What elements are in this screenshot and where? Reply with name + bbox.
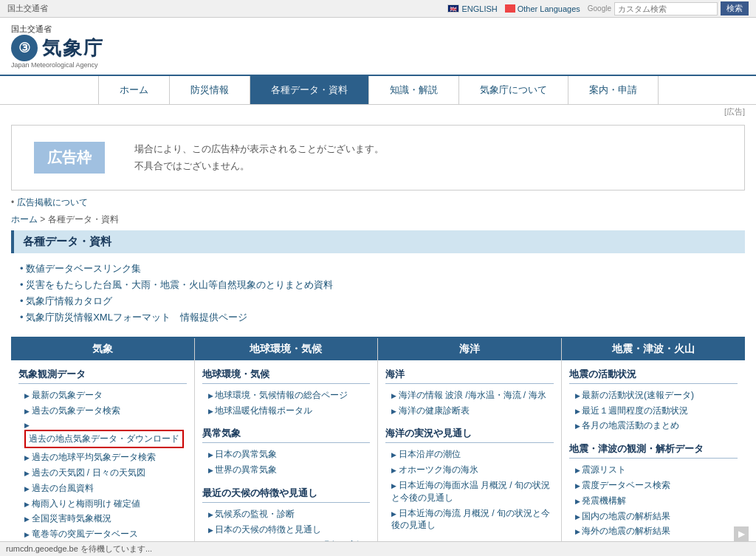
main-link-1[interactable]: 災害をもたらした台風・大雨・地震・火山等自然現象のとりまとめ資料: [26, 279, 333, 290]
link-jp-outlook[interactable]: 日本の天候の特徴と見通し: [215, 524, 321, 535]
link-tidal[interactable]: 日本沿岸の潮位: [399, 449, 461, 459]
sub-section-quake-data: 地震・津波の観測・解析データ 震源リスト 震度データベース検索 発震機構解 国内…: [569, 442, 738, 556]
link-weather-map[interactable]: 過去の天気図 / 日々の天気図: [32, 467, 145, 478]
link-focal-mechanism[interactable]: 発震機構解: [582, 495, 626, 506]
env-links: 地球環境・気候情報の総合ページ 地球温暖化情報ポータル: [202, 388, 371, 419]
top-bar: 国土交通省 🇬🇧 ENGLISH Other Languages Google …: [0, 0, 756, 18]
ad-note: 広告掲載について: [11, 196, 756, 209]
link-okhotsk[interactable]: オホーツク海の海氷: [399, 464, 478, 475]
link-disaster-weather[interactable]: 全国災害時気象概況: [32, 513, 111, 524]
link-quake-monthly[interactable]: 各月の地震活動のまとめ: [582, 420, 679, 430]
link-quake-latest[interactable]: 最新の活動状況(速報データ): [582, 390, 694, 400]
list-item: 発震機構解: [569, 493, 738, 509]
google-label: Google: [588, 4, 611, 13]
main-content: 各種データ・資料 数値データベースリンク集 災害をもたらした台風・大雨・地震・火…: [0, 230, 756, 556]
sub-title-abnormal: 異常気象: [202, 427, 371, 443]
scroll-arrow[interactable]: ▶: [734, 526, 749, 541]
abnormal-links: 日本の異常気象 世界の異常気象: [202, 447, 371, 478]
nav-disaster[interactable]: 防災情報: [169, 76, 250, 104]
category-earthquake: 地震・津波・火山 地震の活動状況 最新の活動状況(速報データ) 最近１週間程度の…: [562, 338, 746, 556]
list-item: 過去の地球平均気象データ検索: [18, 450, 187, 465]
category-header-weather: 気象: [11, 338, 194, 360]
link-past-search[interactable]: 過去の気象データ検索: [32, 405, 120, 416]
list-item: 全国災害時気象概況: [18, 511, 187, 526]
link-climate-monitor[interactable]: 気候系の監視・診断: [215, 509, 295, 519]
nav-about[interactable]: 気象庁について: [458, 76, 568, 104]
link-ocean-health[interactable]: 海洋の健康診断表: [399, 405, 470, 416]
other-lang-link[interactable]: Other Languages: [518, 4, 580, 13]
link-env-portal[interactable]: 地球環境・気候情報の総合ページ: [215, 390, 348, 400]
page-title: 各種データ・資料: [11, 230, 745, 253]
list-item: 気象庁防災情報XMLフォーマット 情報提供ページ: [11, 309, 745, 326]
agency-top-label: 国土交通省: [11, 24, 104, 35]
nav-data[interactable]: 各種データ・資料: [250, 76, 368, 104]
list-item: 日本の天候の特徴と見通し: [202, 522, 371, 538]
list-item: 地球環境・気候情報の総合ページ: [202, 388, 371, 403]
link-warming[interactable]: 地球温暖化情報ポータル: [215, 405, 312, 416]
category-weather: 気象 気象観測データ 最新の気象データ 過去の気象データ検索 過去の地点気象デー…: [11, 338, 195, 556]
main-nav: ホーム 防災情報 各種データ・資料 知識・解説 気象庁について 案内・申請: [0, 76, 756, 105]
nav-guide[interactable]: 案内・申請: [568, 76, 659, 104]
link-overseas-analysis[interactable]: 海外の地震の解析結果: [582, 526, 670, 536]
list-item: 最新の活動状況(速報データ): [569, 388, 738, 403]
nav-inner: ホーム 防災情報 各種データ・資料 知識・解説 気象庁について 案内・申請: [0, 76, 756, 104]
link-ocean-info[interactable]: 海洋の情報 波浪 /海水温・海流 / 海氷: [399, 390, 546, 400]
list-item: 災害をもたらした台風・大雨・地震・火山等自然現象のとりまとめ資料: [11, 277, 745, 293]
link-rainy-season[interactable]: 梅雨入りと梅雨明け 確定値: [32, 498, 140, 509]
logo-icon: ③: [11, 35, 38, 61]
link-hypocenter[interactable]: 震源リスト: [582, 464, 626, 475]
breadcrumb-home[interactable]: ホーム: [11, 214, 38, 224]
breadcrumb-separator: >: [40, 214, 47, 224]
sub-section-obs: 気象観測データ 最新の気象データ 過去の気象データ検索 過去の地点気象データ・ダ…: [18, 368, 187, 542]
link-sea-temp[interactable]: 日本近海の海面水温 月概況 / 旬の状況と今後の見通し: [391, 480, 550, 503]
list-item: 震源リスト: [569, 462, 738, 478]
sub-title-outlook: 最近の天候の特徴や見通し: [202, 487, 371, 503]
link-tornado[interactable]: 竜巻等の突風データベース: [32, 529, 138, 539]
main-link-3[interactable]: 気象庁防災情報XMLフォーマット 情報提供ページ: [26, 312, 247, 323]
link-seismic-db[interactable]: 震度データベース検索: [582, 480, 670, 490]
site-header: 国土交通省 ③ 気象庁 Japan Meteorological Agency: [0, 18, 756, 76]
search-input[interactable]: [614, 2, 718, 16]
search-button[interactable]: 検索: [721, 1, 749, 16]
link-quake-week[interactable]: 最近１週間程度の活動状況: [582, 405, 688, 416]
link-domestic-analysis[interactable]: 国内の地震の解析結果: [582, 511, 670, 521]
ad-box: 広告枠 場合により、この広告枠が表示されることがございます。 不具合ではございま…: [11, 125, 745, 191]
ad-note-link[interactable]: 広告掲載について: [17, 197, 88, 207]
breadcrumb: ホーム > 各種データ・資料: [0, 209, 756, 230]
sub-title-ocean: 海洋: [385, 368, 554, 384]
category-header-earthquake: 地震・津波・火山: [562, 338, 746, 360]
ad-label: [広告]: [0, 105, 756, 119]
sub-title-ocean-outlook: 海洋の実況や見通し: [385, 427, 554, 443]
list-item: 最近１週間程度の活動状況: [569, 403, 738, 419]
list-item: 世界の異常気象: [202, 462, 371, 478]
agency-name-en: Japan Meteorological Agency: [11, 61, 104, 69]
breadcrumb-current: 各種データ・資料: [48, 214, 119, 224]
sub-section-abnormal: 異常気象 日本の異常気象 世界の異常気象: [202, 427, 371, 478]
list-item: 過去の台風資料: [18, 481, 187, 496]
nav-knowledge[interactable]: 知識・解説: [368, 76, 458, 104]
top-bar-right: 🇬🇧 ENGLISH Other Languages Google 検索: [447, 1, 749, 16]
sub-section-ocean: 海洋 海洋の情報 波浪 /海水温・海流 / 海氷 海洋の健康診断表: [385, 368, 554, 419]
link-abnormal-jp[interactable]: 日本の異常気象: [215, 449, 277, 459]
quake-activity-links: 最新の活動状況(速報データ) 最近１週間程度の活動状況 各月の地震活動のまとめ: [569, 388, 738, 433]
link-latest-data[interactable]: 最新の気象データ: [32, 390, 103, 400]
search-box: Google 検索: [588, 1, 749, 16]
list-item: 気候系の監視・診断: [202, 507, 371, 522]
main-link-2[interactable]: 気象庁情報カタログ: [26, 295, 112, 306]
main-link-0[interactable]: 数値データベースリンク集: [26, 263, 141, 274]
list-item: 数値データベースリンク集: [11, 261, 745, 277]
link-typhoon[interactable]: 過去の台風資料: [32, 483, 94, 493]
category-header-ocean: 海洋: [378, 338, 561, 360]
link-avg-data[interactable]: 過去の地球平均気象データ検索: [32, 452, 156, 462]
sub-section-quake-activity: 地震の活動状況 最新の活動状況(速報データ) 最近１週間程度の活動状況 各月の地…: [569, 368, 738, 433]
link-current[interactable]: 日本近海の海流 月概況 / 旬の状況と今後の見通し: [391, 508, 550, 531]
link-past-download[interactable]: 過去の地点気象データ・ダウンロード: [24, 430, 184, 448]
nav-home[interactable]: ホーム: [98, 76, 169, 104]
link-abnormal-world[interactable]: 世界の異常気象: [215, 464, 277, 475]
list-item: 日本の異常気象: [202, 447, 371, 462]
list-item: 日本近海の海面水温 月概況 / 旬の状況と今後の見通し: [385, 478, 554, 506]
category-grid: 気象 気象観測データ 最新の気象データ 過去の気象データ検索 過去の地点気象デー…: [11, 337, 745, 556]
english-link[interactable]: ENGLISH: [461, 4, 497, 13]
sub-title-env: 地球環境・気候: [202, 368, 371, 384]
ad-box-label: 広告枠: [34, 142, 105, 174]
